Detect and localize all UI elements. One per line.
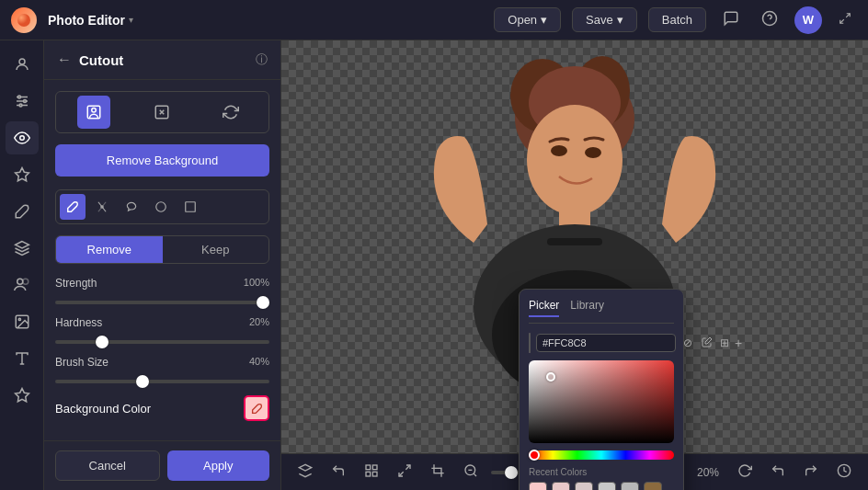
svg-point-9 [23,100,26,103]
svg-rect-43 [366,465,371,470]
undo-small-button[interactable] [326,460,351,484]
color-clear-button[interactable]: ⊘ [681,335,694,351]
image-tool[interactable] [6,305,39,338]
svg-line-51 [474,473,476,476]
zoom-value: 20% [691,466,725,479]
color-preview-swatch [529,333,531,353]
gradient-picker[interactable] [529,360,674,443]
keep-mode-button[interactable]: Keep [163,236,269,263]
icon-tab-refresh[interactable] [214,96,247,129]
remove-mode-button[interactable]: Remove [56,236,163,263]
zoom-out-button[interactable] [458,460,484,484]
remove-bg-button[interactable]: Remove Background [55,144,269,177]
effects-tool[interactable] [6,158,39,191]
redo-button[interactable] [798,460,824,484]
picker-tab[interactable]: Picker [529,299,559,317]
svg-point-4 [19,59,25,64]
panel-info-button[interactable]: ⓘ [256,51,268,68]
recent-color-4[interactable] [598,482,616,490]
icon-tab-portrait[interactable] [77,96,110,129]
svg-rect-44 [372,465,377,470]
left-toolbar [0,40,44,490]
refresh-button[interactable] [732,460,758,484]
svg-rect-45 [366,472,371,476]
panel-icon-tabs [55,91,269,133]
polygon-tool[interactable] [148,194,174,220]
svg-point-40 [551,145,567,156]
svg-marker-13 [15,242,29,249]
chat-icon-button[interactable] [717,5,745,36]
panel-header: ← Cutout ⓘ [44,40,280,80]
hardness-slider[interactable] [55,340,269,344]
color-add-button[interactable]: + [735,336,742,350]
svg-point-15 [22,279,28,284]
svg-point-41 [585,147,601,158]
strength-slider[interactable] [55,301,269,304]
lasso-tool[interactable] [119,194,144,220]
hue-slider[interactable] [529,450,674,460]
profile-tool[interactable] [6,48,39,81]
svg-point-8 [17,96,20,98]
resize-button[interactable] [359,460,384,484]
svg-point-21 [92,108,97,113]
magic-wand-tool[interactable] [89,194,115,220]
svg-point-17 [18,318,20,320]
fit-screen-button[interactable] [392,460,417,484]
recent-color-6[interactable] [644,482,662,490]
recent-color-5[interactable] [621,482,639,490]
adjustments-tool[interactable] [6,85,39,118]
text-tool[interactable] [6,342,39,375]
panel-back-button[interactable]: ← [57,51,72,68]
canvas-area: 20% [281,40,868,490]
group-tool[interactable] [6,268,39,302]
shapes-tool[interactable] [6,379,39,412]
picker-tabs: Picker Library [529,299,674,324]
app-title-group[interactable]: Photo Editor ▾ [48,13,133,28]
strength-label: Strength [55,277,97,290]
recent-color-3[interactable] [575,482,593,490]
bg-color-swatch[interactable] [244,395,269,421]
icon-tab-magic[interactable] [145,96,178,129]
apply-button[interactable]: Apply [167,450,270,481]
help-icon-button[interactable] [756,5,783,36]
hardness-value: 20% [249,316,269,329]
brush-tool[interactable] [60,194,86,220]
svg-marker-58 [705,337,712,344]
color-eyedropper-button[interactable] [700,335,714,352]
svg-line-2 [846,13,850,17]
hardness-slider-row: Hardness 20% [55,316,269,347]
color-hex-input[interactable] [536,334,676,352]
layers-tool[interactable] [6,232,39,265]
layers-icon-button[interactable] [292,460,318,484]
recent-color-1[interactable] [529,482,547,490]
cutout-panel: ← Cutout ⓘ [44,40,281,490]
recent-color-2[interactable] [552,482,570,490]
remove-keep-toggle: Remove Keep [55,235,269,264]
bg-color-row: Background Color [55,395,269,421]
brush-size-label: Brush Size [55,356,108,369]
save-button[interactable]: Save ▾ [572,7,637,32]
undo-button[interactable] [765,460,791,484]
brush-size-slider[interactable] [55,380,269,383]
brush-size-slider-row: Brush Size 40% [55,356,269,386]
svg-line-47 [405,465,410,470]
library-tab[interactable]: Library [570,299,604,317]
svg-marker-12 [15,168,29,181]
history-button[interactable] [831,460,857,484]
color-grid-button[interactable]: ⊞ [720,336,729,349]
crop-button[interactable] [425,460,451,484]
paint-tool[interactable] [6,195,39,228]
cancel-button[interactable]: Cancel [55,450,160,481]
svg-rect-46 [372,472,377,476]
user-avatar[interactable]: W [794,6,822,34]
rect-tool[interactable] [177,194,203,220]
open-button[interactable]: Open ▾ [494,7,561,32]
recent-colors-label: Recent Colors [529,467,674,477]
color-input-row: ⊘ ⊞ + [529,333,674,353]
batch-button[interactable]: Batch [648,7,706,32]
bg-color-label: Background Color [55,402,151,416]
expand-icon-button[interactable] [833,6,857,34]
eye-tool[interactable] [6,121,39,154]
svg-point-0 [17,14,30,27]
svg-point-32 [527,105,622,215]
